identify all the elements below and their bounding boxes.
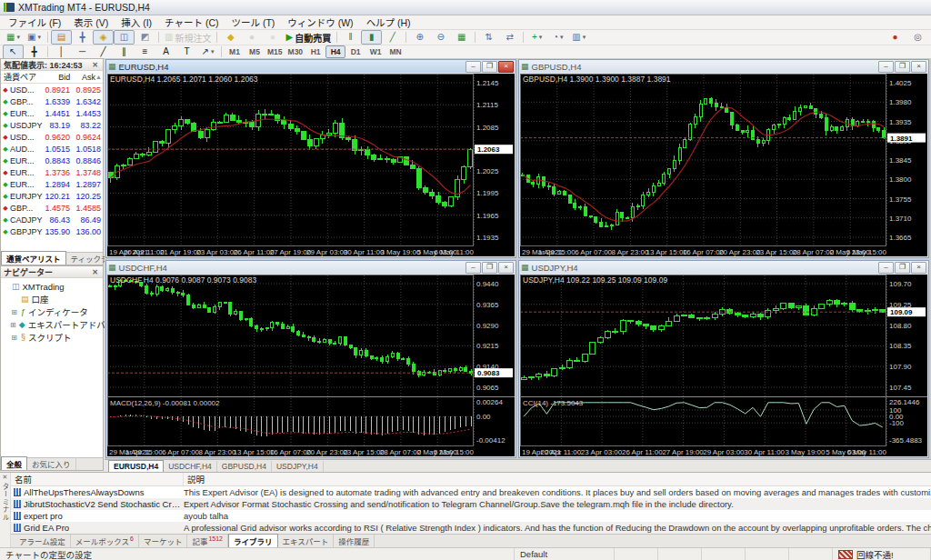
search-button[interactable]: ◎: [907, 30, 928, 45]
chart-plot-GBPUSD[interactable]: 1.40251.39801.39351.38901.38451.38001.37…: [520, 74, 927, 256]
navigator-item[interactable]: ⊞ƒインディケータ: [1, 305, 103, 318]
col-name[interactable]: 名前: [11, 473, 184, 485]
navigator-item[interactable]: ▤口座: [1, 293, 103, 305]
restore-button[interactable]: ❐: [895, 61, 910, 73]
restore-button[interactable]: ❐: [482, 61, 497, 73]
chart-plot-USDCHF[interactable]: 0.94400.93650.92900.92150.91400.90650.90…: [107, 275, 515, 456]
new-chart-button[interactable]: ▦▾: [3, 30, 24, 45]
cursor-tool[interactable]: ↖: [3, 45, 24, 59]
timeframe-W1[interactable]: W1: [365, 45, 385, 58]
strategy-tester-toggle[interactable]: ◩: [135, 30, 155, 45]
market-watch-row[interactable]: ◆GBPJPY135.90136.00: [1, 225, 103, 237]
timeframe-MN[interactable]: MN: [385, 45, 405, 58]
close-button[interactable]: ×: [498, 61, 514, 73]
menu-item[interactable]: 挿入 (I): [115, 15, 158, 30]
market-watch-row[interactable]: ◆EURJPY120.21120.25: [1, 190, 103, 202]
close-button[interactable]: ×: [911, 262, 926, 274]
terminal-tab[interactable]: ライブラリ: [228, 534, 278, 547]
navigator-item[interactable]: ⊞§スクリプト: [1, 331, 103, 344]
chart-window-USDJPY[interactable]: ▦USDJPY,H4–❐×109.70109.25108.80108.35107…: [518, 260, 929, 458]
chart-tab[interactable]: GBPUSD,H4: [217, 461, 272, 472]
tile-windows-button[interactable]: ▦: [451, 30, 472, 45]
col-description[interactable]: 説明: [184, 473, 931, 485]
chart-plot-USDJPY[interactable]: 109.70109.25108.80108.35107.90107.45109.…: [520, 275, 927, 456]
market-watch-row[interactable]: ◆AUD...1.32761.3288: [1, 237, 103, 240]
timeframe-M5[interactable]: M5: [245, 45, 265, 58]
menu-item[interactable]: チャート (C): [158, 15, 225, 30]
status-profile[interactable]: Default: [515, 548, 615, 560]
crosshair-tool[interactable]: ╋: [24, 45, 45, 59]
expand-plus-icon[interactable]: ⊞: [10, 334, 18, 342]
menu-item[interactable]: ツール (T): [225, 15, 281, 30]
terminal-tab[interactable]: 操作履歴: [334, 535, 375, 547]
indicators-button[interactable]: +▾: [526, 30, 547, 45]
text-tool[interactable]: A: [155, 45, 176, 59]
navigator-tab[interactable]: お気に入り: [27, 457, 76, 470]
restore-button[interactable]: ❐: [895, 262, 910, 274]
periods-button[interactable]: ◔▾: [547, 30, 568, 45]
chart-window-USDCHF[interactable]: ▦USDCHF,H4–❐×0.94400.93650.92900.92150.9…: [105, 260, 516, 458]
table-row[interactable]: AllTheUpsTheresAlwaysDownsThis Expert Ad…: [11, 486, 931, 498]
label-tool[interactable]: T: [176, 45, 197, 59]
fibonacci-tool[interactable]: ≡: [135, 45, 155, 59]
vline-tool[interactable]: │: [51, 45, 72, 59]
chart-tab[interactable]: USDJPY,H4: [272, 461, 324, 472]
arrange-windows-button[interactable]: ⇅: [478, 30, 499, 45]
community-button[interactable]: ●: [241, 30, 262, 45]
close-button[interactable]: ×: [911, 61, 926, 73]
zoom-in-button[interactable]: ⊕: [409, 30, 430, 45]
terminal-toggle[interactable]: ◫: [114, 30, 135, 45]
status-connection[interactable]: 回線不通!: [833, 548, 931, 560]
line-mode-button[interactable]: ╱: [382, 30, 403, 45]
table-row[interactable]: expert proayoub talha☆☆☆☆☆2024.05.20: [11, 510, 931, 522]
trendline-tool[interactable]: ╱: [93, 45, 114, 59]
zoom-out-button[interactable]: ⊖: [430, 30, 451, 45]
market-watch-row[interactable]: ◆EUR...0.88430.8846: [1, 155, 103, 166]
close-button[interactable]: ×: [498, 262, 514, 274]
timeframe-H1[interactable]: H1: [305, 45, 325, 58]
menu-item[interactable]: ファイル (F): [2, 15, 67, 30]
arrows-tool[interactable]: ↗▾: [197, 45, 218, 59]
candles-mode-button[interactable]: ▮: [361, 30, 382, 45]
timeframe-D1[interactable]: D1: [345, 45, 365, 58]
close-icon[interactable]: ✕: [90, 61, 100, 69]
chart-tab[interactable]: USDCHF,H4: [164, 461, 217, 472]
close-icon[interactable]: ✕: [3, 473, 8, 481]
market-watch-row[interactable]: ◆GBP...1.45751.4585: [1, 202, 103, 214]
chart-window-titlebar[interactable]: ▦GBPUSD,H4–❐×: [519, 60, 928, 73]
chart-window-titlebar[interactable]: ▦USDJPY,H4–❐×: [519, 261, 928, 274]
terminal-tab[interactable]: アラーム設定: [15, 535, 71, 547]
navigator-item[interactable]: ⊞◆エキスパートアドバイザ: [1, 318, 103, 331]
market-watch-row[interactable]: ◆EUR...1.37361.3748: [1, 166, 103, 178]
table-row[interactable]: JibrutStochasticV2 Send Stochastic Cross…: [11, 498, 931, 510]
expand-plus-icon[interactable]: ⊞: [10, 321, 16, 329]
chart-window-GBPUSD[interactable]: ▦GBPUSD,H4–❐×1.40251.39801.39351.38901.3…: [518, 59, 929, 258]
timeframe-H4[interactable]: H4: [325, 45, 345, 58]
metaeditor-button[interactable]: ◆: [220, 30, 241, 45]
data-window-toggle[interactable]: ╋: [72, 30, 93, 45]
minimize-button[interactable]: –: [878, 61, 894, 73]
alerts-button[interactable]: ●: [885, 30, 906, 45]
terminal-tab[interactable]: マーケット: [139, 535, 188, 547]
minimize-button[interactable]: –: [466, 262, 481, 274]
new-order-button[interactable]: ▥新規注文: [162, 30, 214, 45]
autotrading-button[interactable]: ▶自動売買: [283, 30, 334, 45]
profiles-button[interactable]: ▣▾: [24, 30, 45, 45]
close-icon[interactable]: ✕: [90, 268, 100, 276]
expand-plus-icon[interactable]: ⊞: [10, 308, 18, 316]
channel-tool[interactable]: ∥: [114, 45, 135, 59]
market-watch-row[interactable]: ◆USD...0.96200.9624: [1, 131, 103, 143]
hline-tool[interactable]: ─: [72, 45, 93, 59]
chart-window-titlebar[interactable]: ▦EURUSD,H4–❐×: [106, 60, 516, 73]
bars-mode-button[interactable]: ‖: [340, 30, 361, 45]
menu-item[interactable]: 表示 (V): [67, 15, 115, 30]
app-titlebar[interactable]: XMTrading MT4 - EURUSD,H4: [0, 0, 931, 15]
market-watch-row[interactable]: ◆EUR...1.44511.4453: [1, 107, 103, 119]
minimize-button[interactable]: –: [466, 61, 481, 73]
chat-button[interactable]: ●: [262, 30, 283, 45]
chart-tab[interactable]: EURUSD,H4: [108, 460, 164, 472]
navigator-tab[interactable]: 全般: [1, 456, 27, 470]
market-watch-row[interactable]: ◆CADJPY86.4386.49: [1, 214, 103, 225]
timeframe-M1[interactable]: M1: [225, 45, 245, 58]
scroll-up-icon[interactable]: ▲: [95, 74, 103, 80]
